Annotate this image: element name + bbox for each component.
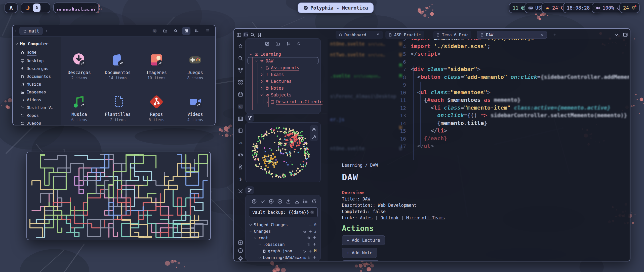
action-button--add-lecture[interactable]: + Add Lecture bbox=[342, 235, 385, 245]
folder-juegos[interactable]: Juegos8 items bbox=[178, 52, 213, 80]
nav-forward-button[interactable] bbox=[43, 28, 49, 34]
link-aules[interactable]: Aules bbox=[360, 215, 373, 220]
unstage-all-button[interactable] bbox=[277, 199, 283, 204]
open-terminal-button[interactable]: $_ bbox=[150, 27, 159, 35]
git-row-actions[interactable]: 0 bbox=[308, 223, 316, 227]
toggle-left-sidebar[interactable] bbox=[236, 32, 242, 37]
ribbon-table-icon[interactable] bbox=[238, 116, 243, 121]
sidebar-item-videos[interactable]: Videos bbox=[13, 96, 61, 104]
ribbon-home-icon[interactable] bbox=[238, 43, 243, 49]
breadcrumb[interactable]: matt bbox=[19, 27, 43, 35]
ribbon-file-search-icon[interactable] bbox=[238, 164, 243, 170]
sidebar-item-imagenes[interactable]: Imagenes bbox=[13, 88, 61, 96]
note-breadcrumb[interactable]: Learning / DAW bbox=[342, 163, 378, 168]
editor-pane[interactable]: ntOne.sveltesrc\co…UntTwo.sveltesrc\co…U… bbox=[328, 39, 629, 261]
backup-commit-push-button[interactable] bbox=[252, 199, 257, 204]
compact-view-button[interactable] bbox=[203, 27, 212, 35]
list-view-button[interactable] bbox=[192, 27, 201, 35]
tab-dashboard[interactable]: Dashboard bbox=[336, 31, 383, 39]
git-row-actions[interactable] bbox=[307, 236, 316, 240]
ribbon-graph-icon[interactable] bbox=[238, 67, 243, 73]
clear-commit-message-button[interactable] bbox=[310, 210, 314, 215]
folder-repos[interactable]: Repos6 items bbox=[139, 94, 174, 122]
tree-item-lectures[interactable]: Lectures bbox=[260, 79, 292, 84]
graph-settings-button[interactable] bbox=[311, 127, 316, 132]
folder-documentos[interactable]: Documentos14 items bbox=[100, 52, 135, 80]
new-folder-button[interactable] bbox=[161, 27, 169, 35]
tree-collapse-icon[interactable] bbox=[297, 42, 301, 46]
action-button-partial[interactable] bbox=[342, 260, 380, 261]
stage-all-button[interactable] bbox=[269, 199, 274, 204]
tree-new-note-icon[interactable] bbox=[265, 42, 269, 46]
push-button[interactable] bbox=[286, 199, 291, 204]
ribbon-dollar-icon[interactable]: $ bbox=[238, 176, 243, 182]
git-row-actions[interactable]: 2 bbox=[303, 229, 316, 234]
document-app-icon[interactable] bbox=[33, 4, 41, 12]
new-tab-button[interactable] bbox=[551, 31, 558, 39]
change-layout-button[interactable] bbox=[303, 199, 308, 204]
ribbon-swords-icon[interactable] bbox=[238, 188, 243, 194]
nav-back-button[interactable] bbox=[13, 28, 19, 34]
ribbon-gear-icon[interactable] bbox=[238, 256, 243, 261]
media-widget[interactable]: Polyphia - Neurotica bbox=[298, 3, 374, 13]
link-outlook[interactable]: Outlook bbox=[381, 215, 399, 220]
git-row-changes[interactable]: Changes bbox=[249, 229, 271, 234]
close-tab-button[interactable] bbox=[540, 33, 544, 37]
ribbon-vault-icon[interactable] bbox=[238, 240, 243, 245]
tree-item-subjects[interactable]: Subjects bbox=[260, 92, 292, 97]
tree-sort-icon[interactable] bbox=[286, 42, 291, 46]
sidebar-item-home[interactable]: Home bbox=[13, 48, 61, 57]
tab-asp-practice-6[interactable]: ASP Practice 6 bbox=[385, 31, 424, 39]
tree-new-folder-icon[interactable] bbox=[275, 42, 280, 46]
pull-button[interactable] bbox=[294, 199, 300, 204]
search-view[interactable] bbox=[250, 32, 255, 37]
git-row--obsidian[interactable]: .obsidian bbox=[258, 242, 285, 247]
ribbon-calendar-icon[interactable] bbox=[238, 92, 243, 97]
grid-view-button[interactable] bbox=[182, 27, 190, 35]
git-row-actions[interactable]: M bbox=[303, 249, 316, 253]
ribbon-gamepad-icon[interactable] bbox=[238, 152, 243, 158]
launcher-button[interactable]: Λ bbox=[5, 3, 18, 13]
ribbon-help-icon[interactable]: ? bbox=[238, 248, 243, 253]
search-button[interactable] bbox=[171, 27, 180, 35]
ribbon-book-icon[interactable] bbox=[238, 128, 243, 133]
toggle-right-sidebar[interactable] bbox=[623, 32, 628, 37]
git-row-actions[interactable] bbox=[307, 255, 316, 259]
commit-message-input[interactable] bbox=[249, 207, 317, 217]
folder-descargas[interactable]: Descargas2 items bbox=[62, 52, 97, 80]
tree-item-desarrollo-cliente[interactable]: 75Desarrollo-Cliente bbox=[265, 99, 323, 105]
folder-plantillas[interactable]: Plantillas7 items bbox=[100, 94, 135, 122]
bookmarks-view[interactable] bbox=[257, 32, 262, 37]
tab-daw[interactable]: DAW bbox=[477, 31, 547, 39]
refresh-button[interactable] bbox=[311, 199, 317, 204]
sidebar-item-obsidian-v-[interactable]: Obsidian V… bbox=[13, 104, 61, 112]
sidebar-item-repos[interactable]: Repos bbox=[13, 112, 61, 119]
graph-filter-button[interactable] bbox=[311, 135, 316, 140]
tab-tema-6-pr-cticas-[interactable]: Tema 6 Prácticas -… bbox=[433, 31, 471, 39]
ribbon-code-icon[interactable]: <% bbox=[238, 140, 243, 146]
firefox-icon[interactable] bbox=[24, 5, 30, 11]
sidebar-section-header[interactable]: My Computer bbox=[13, 39, 61, 48]
ribbon-cards-icon[interactable] bbox=[238, 80, 243, 85]
folder-imagenes[interactable]: Imagenes10 items bbox=[139, 52, 174, 80]
sidebar-item-desktop[interactable]: Desktop bbox=[13, 57, 61, 65]
files-view[interactable] bbox=[243, 32, 248, 37]
git-row-graph-json[interactable]: graph.json bbox=[263, 249, 292, 253]
tree-item-learning[interactable]: Learning bbox=[250, 52, 281, 57]
sidebar-item-documentos[interactable]: Documentos bbox=[13, 73, 61, 80]
link-microsoft-teams[interactable]: Microsoft Teams bbox=[406, 215, 445, 220]
ribbon-terminal-icon[interactable]: $_ bbox=[238, 104, 243, 109]
graph-view-tab[interactable] bbox=[245, 114, 254, 122]
ribbon-search-icon[interactable] bbox=[238, 55, 243, 61]
commit-button[interactable] bbox=[260, 199, 265, 204]
action-button--add-note[interactable]: + Add Note bbox=[342, 248, 377, 258]
folder-videos[interactable]: Videos4 items bbox=[178, 94, 213, 122]
git-row-actions[interactable] bbox=[307, 242, 316, 246]
sidebar-item-musica[interactable]: Musica bbox=[13, 80, 61, 88]
sidebar-item-juegos[interactable]: Juegos bbox=[13, 119, 61, 125]
git-row-learning-daw-exams[interactable]: Learning/DAW/Exams bbox=[258, 255, 306, 260]
notifications-widget[interactable]: 24 bbox=[619, 3, 640, 13]
app-switcher[interactable] bbox=[21, 3, 50, 13]
graph-visualization[interactable] bbox=[246, 123, 320, 182]
git-view-tab[interactable] bbox=[245, 186, 254, 194]
